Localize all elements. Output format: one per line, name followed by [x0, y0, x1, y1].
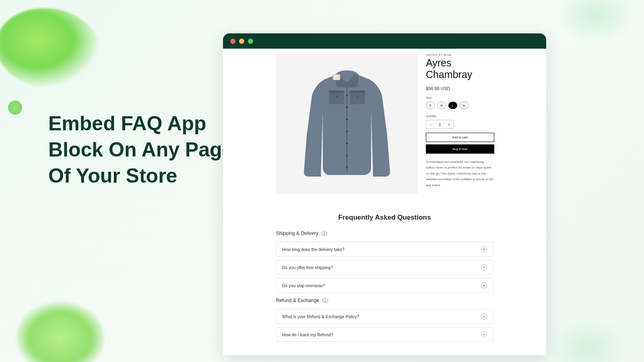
faq-question: How long does the delivery take?	[282, 247, 345, 252]
bg-blob	[547, 318, 628, 362]
faq-count-badge: 3	[322, 298, 328, 303]
faq-group-name: Shipping & Delivery	[276, 230, 318, 236]
size-label: Size	[426, 97, 496, 99]
svg-point-10	[346, 155, 348, 156]
faq-item[interactable]: How do I track my Refund?	[276, 327, 493, 342]
shirt-illustration	[297, 63, 397, 184]
faq-question: What is your Refund & Exchange Policy?	[282, 314, 359, 319]
headline-line: Embed FAQ App	[48, 111, 233, 137]
expand-icon	[481, 313, 487, 319]
close-icon[interactable]	[230, 39, 235, 44]
faq-question: Do you ship overseas?	[282, 283, 325, 288]
quantity-decrease[interactable]: −	[426, 122, 435, 127]
product-price: $98.00 USD	[426, 86, 496, 91]
faq-item[interactable]: How long does the delivery take?	[276, 242, 493, 257]
maximize-icon[interactable]	[248, 39, 253, 44]
size-option-s[interactable]: S	[426, 102, 435, 109]
store-page: UNITED BY BLUE Ayres Chambray $98.00 USD…	[223, 49, 546, 355]
headline-line: Block On Any Page	[48, 137, 233, 163]
size-option-xl[interactable]: XL	[460, 102, 469, 109]
faq-group-header: Shipping & Delivery 3	[276, 230, 493, 236]
svg-rect-2	[329, 90, 344, 93]
quantity-label: Quantity	[426, 115, 496, 117]
faq-block: Frequently Asked Questions Shipping & De…	[229, 214, 541, 342]
faq-question: Do you offer free shipping?	[282, 265, 333, 270]
quantity-increase[interactable]: +	[445, 122, 454, 127]
product-image	[276, 53, 418, 194]
product-details: UNITED BY BLUE Ayres Chambray $98.00 USD…	[426, 53, 496, 188]
svg-point-12	[336, 96, 337, 97]
quantity-stepper: − 1 +	[426, 120, 454, 129]
faq-item[interactable]: Do you ship overseas?	[276, 278, 493, 293]
faq-item[interactable]: What is your Refund & Exchange Policy?	[276, 309, 493, 324]
faq-question: How do I track my Refund?	[282, 332, 333, 337]
quantity-value: 1	[435, 122, 445, 126]
window-titlebar	[223, 33, 546, 49]
svg-rect-14	[333, 74, 340, 80]
faq-item[interactable]: Do you offer free shipping?	[276, 260, 493, 275]
faq-group-refund: Refund & Exchange 3 What is your Refund …	[276, 298, 493, 342]
svg-rect-1	[350, 92, 365, 104]
size-option-l[interactable]: L	[448, 102, 457, 109]
product-description: Comfortable and practical, our chambray …	[426, 159, 494, 188]
faq-title: Frequently Asked Questions	[276, 214, 493, 222]
minimize-icon[interactable]	[239, 39, 244, 44]
faq-group-name: Refund & Exchange	[276, 298, 319, 303]
size-option-m[interactable]: M	[437, 102, 446, 109]
headline-line: Of Your Store	[48, 163, 233, 189]
product-vendor: UNITED BY BLUE	[426, 53, 496, 56]
faq-count-badge: 3	[322, 231, 327, 236]
svg-rect-3	[350, 90, 365, 93]
bg-blob	[8, 101, 22, 115]
svg-point-7	[346, 119, 348, 120]
svg-point-5	[346, 95, 348, 96]
bg-blob	[555, 0, 636, 44]
svg-rect-0	[329, 92, 344, 104]
size-selector: S M L XL	[426, 102, 496, 109]
bg-blob	[16, 302, 105, 362]
svg-point-6	[346, 107, 348, 108]
expand-icon	[481, 246, 487, 252]
svg-point-8	[346, 131, 348, 132]
browser-window: UNITED BY BLUE Ayres Chambray $98.00 USD…	[223, 33, 546, 355]
svg-point-9	[346, 143, 348, 144]
faq-group-shipping: Shipping & Delivery 3 How long does the …	[276, 230, 493, 293]
buy-now-button[interactable]: Buy it now	[426, 144, 494, 154]
product-title: Ayres Chambray	[426, 57, 496, 80]
add-to-cart-button[interactable]: Add to cart	[426, 133, 494, 142]
svg-point-13	[357, 96, 358, 97]
bg-blob	[0, 8, 101, 88]
product-section: UNITED BY BLUE Ayres Chambray $98.00 USD…	[229, 53, 541, 194]
faq-group-header: Refund & Exchange 3	[276, 298, 493, 303]
svg-point-11	[346, 166, 348, 168]
expand-icon	[481, 331, 487, 337]
expand-icon	[481, 264, 487, 270]
marketing-headline: Embed FAQ App Block On Any Page Of Your …	[48, 111, 233, 189]
expand-icon	[481, 282, 487, 288]
